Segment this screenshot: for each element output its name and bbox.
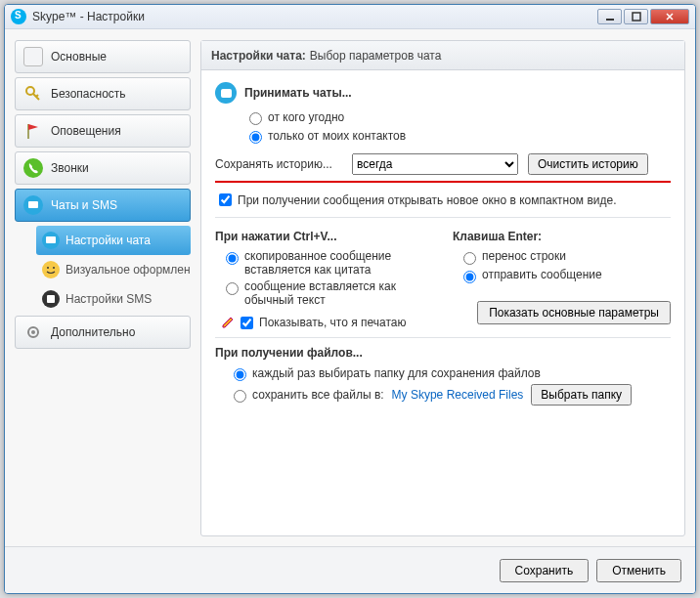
svg-point-6 (53, 267, 55, 269)
ctrlv-quote-radio[interactable]: скопированное сообщение вставляется как … (221, 249, 433, 277)
skype-logo-icon (11, 9, 26, 24)
files-heading: При получении файлов... (215, 346, 671, 360)
close-button[interactable] (650, 9, 689, 24)
svg-rect-0 (606, 19, 614, 21)
save-button[interactable]: Сохранить (500, 559, 590, 582)
svg-rect-1 (633, 13, 640, 21)
sidebar-item-calls[interactable]: Звонки (15, 151, 191, 185)
panel-header: Настройки чата: Выбор параметров чата (201, 41, 684, 70)
window-title: Skype™ - Настройки (32, 10, 595, 23)
bottom-bar: Сохранить Отменить (5, 546, 695, 593)
sms-icon (42, 290, 60, 308)
chat-icon (23, 195, 43, 215)
sidebar-label: Звонки (51, 161, 89, 175)
files-ask-radio[interactable]: каждый раз выбирать папку для сохранения… (229, 365, 671, 381)
red-underline (215, 181, 671, 183)
body: Основные Безопасность Оповещения Звонки … (5, 30, 695, 546)
sidebar-label: Оповещения (51, 124, 121, 138)
settings-panel: Настройки чата: Выбор параметров чата Пр… (200, 40, 685, 536)
sidebar-subgroup: Настройки чата Визуальное оформлен... На… (36, 226, 191, 314)
ctrlv-heading: При нажатии Ctrl+V... (215, 230, 433, 243)
two-column: При нажатии Ctrl+V... скопированное сооб… (215, 226, 671, 310)
show-basic-row: Показать основные параметры (477, 301, 671, 324)
accept-contacts-radio[interactable]: только от моих контактов (244, 128, 671, 144)
compact-window-checkbox[interactable]: При получении сообщения открывать новое … (215, 191, 671, 209)
sidebar-item-notifications[interactable]: Оповещения (15, 114, 191, 148)
history-row: Сохранять историю... всегда Очистить ист… (215, 153, 671, 175)
panel-title: Настройки чата: (211, 49, 306, 63)
files-path-link[interactable]: My Skype Received Files (392, 388, 524, 402)
general-icon (23, 47, 43, 66)
typing-checkbox[interactable] (241, 317, 253, 329)
show-basic-button[interactable]: Показать основные параметры (477, 301, 671, 324)
svg-rect-4 (46, 236, 56, 243)
pencil-icon (221, 316, 235, 329)
accept-chats-heading: Принимать чаты... (215, 82, 671, 104)
history-label: Сохранять историю... (215, 157, 352, 171)
sidebar-sub-label: Настройки чата (66, 234, 151, 247)
window-buttons (595, 9, 689, 24)
enter-send-radio[interactable]: отправить сообщение (459, 268, 671, 283)
sidebar-item-general[interactable]: Основные (15, 40, 191, 73)
sidebar-sub-appearance[interactable]: Визуальное оформлен... (36, 255, 191, 284)
chat-settings-icon (42, 232, 60, 249)
sidebar-sub-chat-settings[interactable]: Настройки чата (36, 226, 191, 255)
ctrlv-column: При нажатии Ctrl+V... скопированное сооб… (215, 226, 433, 310)
enter-newline-radio[interactable]: перенос строки (459, 249, 671, 265)
separator (215, 337, 671, 338)
titlebar[interactable]: Skype™ - Настройки (5, 5, 695, 29)
files-saveto-row: сохранить все файлы в: My Skype Received… (229, 384, 671, 406)
sidebar-sub-label: Визуальное оформлен... (66, 263, 191, 277)
minimize-button[interactable] (597, 9, 622, 24)
clear-history-button[interactable]: Очистить историю (528, 153, 648, 175)
svg-rect-7 (47, 295, 55, 303)
file-save-section: При получении файлов... каждый раз выбир… (215, 346, 671, 406)
sidebar-label: Дополнительно (51, 325, 135, 339)
flag-icon (23, 121, 43, 141)
sidebar-label: Безопасность (51, 87, 126, 101)
history-select[interactable]: всегда (352, 153, 518, 175)
enter-column: Клавиша Enter: перенос строки отправить … (453, 226, 671, 310)
sidebar-label: Чаты и SMS (51, 198, 117, 212)
sidebar-item-advanced[interactable]: Дополнительно (15, 316, 191, 349)
sidebar-sub-label: Настройки SMS (66, 292, 152, 306)
key-icon (23, 84, 43, 104)
sidebar: Основные Безопасность Оповещения Звонки … (15, 40, 191, 536)
sidebar-item-security[interactable]: Безопасность (15, 77, 191, 110)
sidebar-item-chats-sms[interactable]: Чаты и SMS (15, 189, 191, 222)
svg-point-5 (47, 267, 49, 269)
separator (215, 217, 671, 218)
browse-folder-button[interactable]: Выбрать папку (531, 384, 632, 406)
smiley-icon (42, 261, 60, 278)
cancel-button[interactable]: Отменить (596, 559, 681, 582)
enter-heading: Клавиша Enter: (453, 230, 671, 243)
phone-icon (23, 158, 43, 178)
files-saveto-radio[interactable] (234, 390, 246, 403)
sidebar-sub-sms[interactable]: Настройки SMS (36, 284, 191, 314)
gear-icon (23, 322, 43, 342)
panel-subtitle: Выбор параметров чата (310, 49, 441, 63)
panel-body: Принимать чаты... от кого угодно только … (201, 70, 684, 418)
settings-window: Skype™ - Настройки Основные Безопасность… (4, 4, 696, 594)
maximize-button[interactable] (624, 9, 648, 24)
ctrlv-plain-radio[interactable]: сообщение вставляется как обычный текст (221, 279, 433, 307)
sidebar-label: Основные (51, 50, 107, 64)
accept-anyone-radio[interactable]: от кого угодно (244, 109, 671, 125)
svg-rect-3 (28, 201, 38, 208)
svg-point-9 (31, 330, 35, 334)
chat-bubble-icon (215, 82, 237, 104)
svg-point-2 (26, 87, 34, 95)
